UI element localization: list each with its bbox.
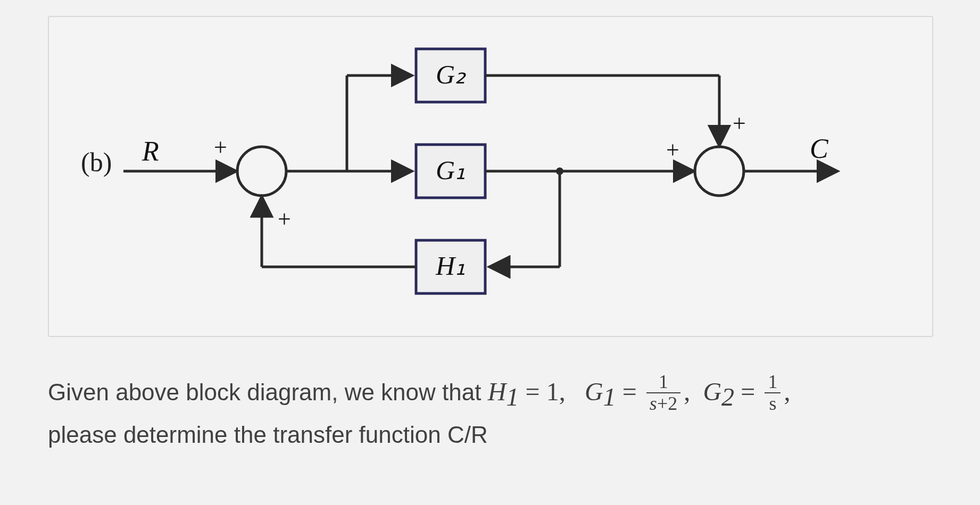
eq1: = bbox=[526, 377, 546, 406]
summing-junction-1 bbox=[237, 147, 286, 196]
summing-junction-2 bbox=[695, 147, 744, 196]
block-h1-label: H₁ bbox=[435, 251, 466, 281]
block-g1-label: G₁ bbox=[436, 155, 466, 185]
h1-var: H bbox=[488, 377, 506, 406]
sum2-plus-left: + bbox=[666, 137, 679, 163]
block-diagram-svg: (b) R + + G₂ G₁ bbox=[49, 17, 932, 336]
input-label: R bbox=[142, 136, 159, 166]
page: (b) R + + G₂ G₁ bbox=[0, 0, 980, 505]
sum1-plus-top: + bbox=[214, 134, 227, 161]
question-line2: please determine the transfer function C… bbox=[48, 422, 488, 448]
sum2-plus-top: + bbox=[733, 111, 746, 137]
output-label: C bbox=[810, 133, 829, 164]
g1-var: G bbox=[585, 377, 603, 406]
part-label: (b) bbox=[81, 147, 112, 177]
block-g2-label: G₂ bbox=[436, 60, 467, 89]
question-text: Given above block diagram, we know that … bbox=[48, 372, 931, 453]
g1-num: 1 bbox=[646, 372, 680, 393]
h1-val: 1 bbox=[546, 377, 559, 406]
g2-var: G bbox=[703, 377, 721, 406]
sum1-plus-bottom: + bbox=[278, 206, 291, 232]
eq3: = bbox=[741, 377, 761, 406]
g2-den: s bbox=[765, 392, 780, 415]
g2-sub: 2 bbox=[721, 383, 734, 411]
g2-fraction: 1 s bbox=[765, 372, 780, 415]
eq2: = bbox=[622, 377, 643, 406]
g2-num: 1 bbox=[765, 372, 780, 393]
g1-sub: 1 bbox=[603, 383, 616, 411]
g1-fraction: 1 s+2 bbox=[646, 372, 680, 415]
g1-den: s+2 bbox=[646, 392, 680, 415]
block-diagram-card: (b) R + + G₂ G₁ bbox=[48, 16, 933, 337]
question-prefix: Given above block diagram, we know that bbox=[48, 379, 488, 405]
h1-sub: 1 bbox=[506, 383, 519, 411]
